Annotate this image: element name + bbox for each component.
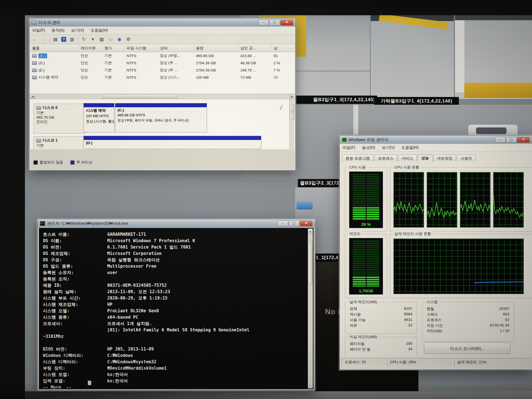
memory-history-group: 실제 메모리 사용 현황: [390, 234, 532, 298]
volume-filesystem: NTFS: [125, 66, 158, 74]
volume-table-header[interactable]: 볼륨레이아웃 형식파일 시스템 상태용량 남은 공...남: [30, 44, 295, 52]
volume-capacity: 100 MB: [194, 74, 238, 81]
console-line-label: 등록된 소유자:: [43, 270, 107, 276]
scrollbar-thumb[interactable]: [102, 94, 178, 99]
close-button[interactable]: ✕: [300, 221, 313, 226]
disk0-info[interactable]: 디스크 0 기본 465.76 GB 온라인: [34, 104, 86, 134]
menu-item[interactable]: 동작(A): [52, 28, 65, 33]
disk-management-window: 디스크 관리 ─ ▢ ✕ 파일(F)동작(A)보기(V)도움말(H) ← → ▤…: [29, 18, 296, 170]
partition-title: (C:): [117, 108, 124, 112]
settings-icon[interactable]: ⚙: [125, 37, 131, 42]
stat-row: 프로세스 52: [422, 317, 514, 323]
console-line-value: 00371-OEM-9324505-75752: [107, 282, 167, 289]
console-line: -- More --: [43, 384, 308, 388]
delete-icon[interactable]: ×: [90, 37, 96, 42]
console-line: 입력 로캘: ko;한국어: [43, 378, 308, 384]
stat-key: 캐시됨: [350, 312, 361, 317]
physical-memory-title: 실제 메모리(MB): [348, 300, 379, 305]
console-line-label: OS 제조업체:: [43, 250, 107, 257]
console-line: 등록된 조직:: [43, 276, 308, 282]
partition-d[interactable]: (D:): [83, 136, 261, 149]
scroll-left-icon[interactable]: ◀: [30, 94, 35, 99]
volume-free-pct: 7 %: [272, 66, 294, 74]
menu-item[interactable]: 도움말(H): [91, 28, 108, 33]
volume-row[interactable]: (D:) 단순 기본 NTFS 정상 (주 ... 2794.39 GB 46.…: [30, 59, 295, 66]
console-line-value: ko;한국어: [107, 372, 128, 378]
volume-name: (D:): [39, 61, 45, 65]
vertical-scrollbar[interactable]: [289, 99, 294, 149]
maximize-button[interactable]: ▢: [506, 137, 516, 143]
volume-free: 198.79 ...: [238, 66, 272, 74]
cmd-titlebar[interactable]: C:\ 관리자: C:₩Windows₩system32₩cmd.exe ─ ▢…: [38, 219, 315, 227]
forward-icon[interactable]: →: [40, 37, 47, 42]
scroll-right-icon[interactable]: ▶: [290, 94, 295, 99]
partition-c[interactable]: (C:) 465.66 GB NTFS 정상 (부팅, 페이지 파일, 크래시 …: [115, 103, 207, 132]
console-scrollbar[interactable]: ▲: [308, 229, 313, 388]
cmd-body: 호스트 이름: GARAKMARKET-171 OS 이름: Microsoft…: [39, 228, 314, 389]
maximize-button[interactable]: ▢: [269, 20, 280, 25]
close-button[interactable]: ✕: [280, 20, 293, 25]
console-cursor: [88, 381, 91, 385]
minimize-button[interactable]: ─: [278, 221, 288, 226]
menu-item[interactable]: 파일(F): [342, 145, 355, 150]
volume-layout: 단순: [79, 59, 102, 66]
console-line-label: BIOS 버전:: [43, 346, 107, 352]
console-line-value: user: [107, 270, 117, 276]
resource-monitor-button[interactable]: 리소스 모니터(R)...: [424, 342, 510, 354]
menu-item[interactable]: 보기(V): [382, 145, 395, 150]
minimize-button[interactable]: ─: [495, 137, 505, 143]
cpu-history-group: CPU 사용 현황: [390, 167, 532, 232]
horizontal-scrollbar[interactable]: ◀ ▶: [30, 94, 295, 99]
task-manager-titlebar[interactable]: Windows 작업 관리자 ─ ▢ ✕: [340, 135, 532, 144]
help-icon[interactable]: ?: [61, 37, 66, 42]
disk-management-titlebar[interactable]: 디스크 관리 ─ ▢ ✕: [29, 18, 295, 27]
console-line: OS 구성: 독립 실행형 워크스테이션: [43, 257, 308, 263]
volume-capacity: 2794.39 GB: [194, 59, 238, 66]
menu-item[interactable]: 파일(F): [32, 28, 45, 33]
console-line: OS 제조업체: Microsoft Corporation: [43, 250, 308, 257]
search-icon[interactable]: ◉: [116, 37, 122, 42]
memory-group: 메모리 1,70GB: [345, 234, 387, 298]
maximize-button[interactable]: ▢: [289, 221, 299, 226]
console-line-value: Multiprocessor Free: [107, 263, 156, 270]
console-line-value: ko;한국어: [107, 378, 128, 384]
scrollbar-thumb[interactable]: [290, 104, 294, 119]
volume-row[interactable]: (C:) 단순 기본 NTFS 정상 (부팅... 465.66 GB 423.…: [30, 52, 295, 60]
partition-system-reserved[interactable]: 시스템 예약 100 MB NTFS 정상 (시스템, 활성: [83, 103, 114, 132]
tab[interactable]: 성능: [418, 154, 433, 163]
minimize-button[interactable]: ─: [258, 20, 269, 25]
refresh-icon[interactable]: ↻: [81, 37, 87, 42]
panel-icon[interactable]: ▥: [69, 37, 75, 42]
volume-row[interactable]: (E:) 단순 기본 NTFS 정상 (주 ... 2794.39 GB 198…: [30, 66, 295, 74]
console-line-value: C:₩Windows₩system32: [107, 359, 156, 365]
properties-icon[interactable]: ▨: [99, 37, 105, 42]
barrier-arm: [379, 15, 448, 29]
partition-title: 시스템 예약: [86, 108, 106, 112]
console-tree-icon[interactable]: ▤: [52, 37, 58, 42]
memory-value: 1,70GB: [349, 288, 383, 293]
disk1-info[interactable]: 디스크 1 기본: [34, 136, 86, 151]
back-icon[interactable]: ←: [32, 37, 38, 42]
volume-free: 423.68 ...: [238, 52, 272, 60]
stat-key: 스레드: [427, 312, 438, 317]
volume-free-pct: 91: [272, 52, 294, 60]
console-output[interactable]: 호스트 이름: GARAKMARKET-171 OS 이름: Microsoft…: [40, 229, 308, 388]
legend-label: 할당되지 않음: [40, 160, 63, 165]
menu-item[interactable]: 옵션(O): [362, 145, 375, 150]
volume-row[interactable]: 시스템 예약 단순 기본 NTFS 정상 (시스... 100 MB 72 MB…: [30, 74, 295, 81]
console-line: OS 버전: 6.1.7601 Service Pack 1 빌드 7601: [43, 244, 308, 250]
open-folder-icon[interactable]: ▭: [108, 37, 114, 42]
cpu-gauge-fill: [353, 207, 366, 220]
menu-item[interactable]: 도움말(H): [401, 145, 418, 150]
console-line-value: ProLiant DL320e Gen8: [107, 308, 159, 314]
close-button[interactable]: ✕: [517, 137, 530, 143]
volume-filesystem: NTFS: [125, 59, 158, 66]
menu-item[interactable]: 보기(V): [71, 28, 84, 33]
scrollbar-thumb[interactable]: [308, 242, 313, 284]
scroll-up-icon[interactable]: ▲: [308, 229, 313, 234]
console-line: 호스트 이름: GARAKMARKET-171: [43, 231, 308, 238]
partition-legend: 할당되지 않음 주 파티션: [34, 160, 93, 165]
console-line-value: Microsoft Corporation: [107, 250, 162, 257]
volume-icon: [32, 54, 37, 58]
cpu-gauge-fill: [367, 207, 380, 220]
